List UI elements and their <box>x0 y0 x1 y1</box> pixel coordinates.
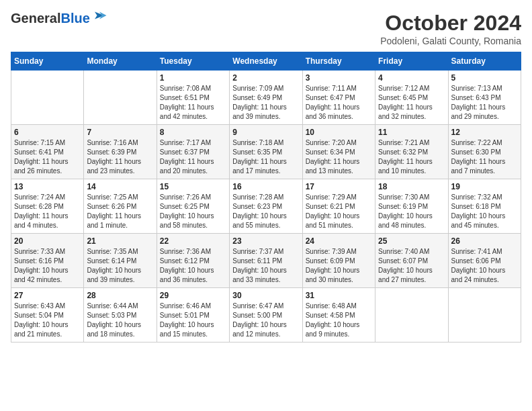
calendar-cell: 20Sunrise: 7:33 AMSunset: 6:16 PMDayligh… <box>11 234 84 288</box>
calendar-cell <box>448 288 521 342</box>
calendar-cell: 5Sunrise: 7:13 AMSunset: 6:43 PMDaylight… <box>448 71 521 125</box>
day-number: 24 <box>306 236 372 246</box>
day-detail: Sunrise: 7:18 AMSunset: 6:35 PMDaylight:… <box>232 138 299 176</box>
calendar-cell: 18Sunrise: 7:30 AMSunset: 6:19 PMDayligh… <box>375 179 448 234</box>
logo-icon <box>91 11 107 20</box>
day-detail: Sunrise: 7:41 AMSunset: 6:06 PMDaylight:… <box>451 247 518 285</box>
day-number: 19 <box>451 182 518 191</box>
day-detail: Sunrise: 7:39 AMSunset: 6:09 PMDaylight:… <box>306 247 372 285</box>
page-header: GeneralBlue October 2024 Podoleni, Galat… <box>11 11 521 46</box>
day-detail: Sunrise: 7:08 AMSunset: 6:51 PMDaylight:… <box>160 84 226 122</box>
day-detail: Sunrise: 7:25 AMSunset: 6:26 PMDaylight:… <box>87 193 153 230</box>
calendar-cell: 21Sunrise: 7:35 AMSunset: 6:14 PMDayligh… <box>84 234 157 288</box>
day-number: 10 <box>306 128 372 137</box>
calendar-cell: 24Sunrise: 7:39 AMSunset: 6:09 PMDayligh… <box>302 234 375 288</box>
day-detail: Sunrise: 6:43 AMSunset: 5:04 PMDaylight:… <box>14 302 81 339</box>
calendar-week-row: 6Sunrise: 7:15 AMSunset: 6:41 PMDaylight… <box>11 125 521 179</box>
day-number: 25 <box>378 236 445 246</box>
day-detail: Sunrise: 7:40 AMSunset: 6:07 PMDaylight:… <box>378 247 445 285</box>
day-detail: Sunrise: 7:21 AMSunset: 6:32 PMDaylight:… <box>378 138 445 176</box>
day-detail: Sunrise: 7:35 AMSunset: 6:14 PMDaylight:… <box>87 247 153 285</box>
day-number: 22 <box>160 236 226 246</box>
weekday-header: Saturday <box>448 52 521 71</box>
day-detail: Sunrise: 7:22 AMSunset: 6:30 PMDaylight:… <box>451 138 518 176</box>
day-number: 30 <box>232 291 299 300</box>
day-detail: Sunrise: 7:24 AMSunset: 6:28 PMDaylight:… <box>14 193 81 230</box>
day-detail: Sunrise: 7:15 AMSunset: 6:41 PMDaylight:… <box>14 138 81 176</box>
day-number: 14 <box>87 182 153 191</box>
day-detail: Sunrise: 7:13 AMSunset: 6:43 PMDaylight:… <box>451 84 518 122</box>
day-number: 5 <box>451 73 518 83</box>
logo-general: General <box>11 11 60 26</box>
weekday-header: Thursday <box>302 52 375 71</box>
day-number: 16 <box>232 182 299 191</box>
day-number: 3 <box>306 73 372 83</box>
day-number: 1 <box>160 73 226 83</box>
day-detail: Sunrise: 7:17 AMSunset: 6:37 PMDaylight:… <box>160 138 226 176</box>
day-number: 15 <box>160 182 226 191</box>
day-number: 18 <box>378 182 445 191</box>
day-number: 8 <box>160 128 226 137</box>
logo-blue: Blue <box>60 11 89 26</box>
calendar-header-row: SundayMondayTuesdayWednesdayThursdayFrid… <box>11 52 521 71</box>
month-title: October 2024 <box>380 11 521 36</box>
day-number: 17 <box>306 182 372 191</box>
title-section: October 2024 Podoleni, Galati County, Ro… <box>380 11 521 46</box>
calendar-cell: 26Sunrise: 7:41 AMSunset: 6:06 PMDayligh… <box>448 234 521 288</box>
calendar-cell <box>84 71 157 125</box>
calendar-week-row: 13Sunrise: 7:24 AMSunset: 6:28 PMDayligh… <box>11 179 521 234</box>
calendar-cell: 13Sunrise: 7:24 AMSunset: 6:28 PMDayligh… <box>11 179 84 234</box>
day-number: 13 <box>14 182 81 191</box>
calendar-cell <box>375 288 448 342</box>
calendar-cell: 17Sunrise: 7:29 AMSunset: 6:21 PMDayligh… <box>302 179 375 234</box>
logo: GeneralBlue <box>11 11 107 26</box>
calendar-cell: 15Sunrise: 7:26 AMSunset: 6:25 PMDayligh… <box>157 179 229 234</box>
day-detail: Sunrise: 6:46 AMSunset: 5:01 PMDaylight:… <box>160 302 226 339</box>
day-detail: Sunrise: 6:48 AMSunset: 4:58 PMDaylight:… <box>306 302 372 339</box>
calendar-cell: 22Sunrise: 7:36 AMSunset: 6:12 PMDayligh… <box>157 234 229 288</box>
day-number: 4 <box>378 73 445 83</box>
day-number: 29 <box>160 291 226 300</box>
weekday-header: Sunday <box>11 52 84 71</box>
calendar-cell: 1Sunrise: 7:08 AMSunset: 6:51 PMDaylight… <box>157 71 229 125</box>
weekday-header: Friday <box>375 52 448 71</box>
calendar-cell: 25Sunrise: 7:40 AMSunset: 6:07 PMDayligh… <box>375 234 448 288</box>
calendar-week-row: 27Sunrise: 6:43 AMSunset: 5:04 PMDayligh… <box>11 288 521 342</box>
day-detail: Sunrise: 7:26 AMSunset: 6:25 PMDaylight:… <box>160 193 226 230</box>
calendar-cell: 4Sunrise: 7:12 AMSunset: 6:45 PMDaylight… <box>375 71 448 125</box>
calendar-cell: 7Sunrise: 7:16 AMSunset: 6:39 PMDaylight… <box>84 125 157 179</box>
day-detail: Sunrise: 6:47 AMSunset: 5:00 PMDaylight:… <box>232 302 299 339</box>
day-detail: Sunrise: 7:28 AMSunset: 6:23 PMDaylight:… <box>232 193 299 230</box>
day-detail: Sunrise: 7:33 AMSunset: 6:16 PMDaylight:… <box>14 247 81 285</box>
calendar-cell: 6Sunrise: 7:15 AMSunset: 6:41 PMDaylight… <box>11 125 84 179</box>
day-detail: Sunrise: 7:29 AMSunset: 6:21 PMDaylight:… <box>306 193 372 230</box>
day-number: 11 <box>378 128 445 137</box>
calendar-cell: 31Sunrise: 6:48 AMSunset: 4:58 PMDayligh… <box>302 288 375 342</box>
day-detail: Sunrise: 7:32 AMSunset: 6:18 PMDaylight:… <box>451 193 518 230</box>
calendar-cell: 14Sunrise: 7:25 AMSunset: 6:26 PMDayligh… <box>84 179 157 234</box>
day-detail: Sunrise: 7:12 AMSunset: 6:45 PMDaylight:… <box>378 84 445 122</box>
day-number: 31 <box>306 291 372 300</box>
calendar-cell: 27Sunrise: 6:43 AMSunset: 5:04 PMDayligh… <box>11 288 84 342</box>
calendar-cell: 2Sunrise: 7:09 AMSunset: 6:49 PMDaylight… <box>230 71 302 125</box>
calendar-cell: 16Sunrise: 7:28 AMSunset: 6:23 PMDayligh… <box>230 179 302 234</box>
day-number: 9 <box>232 128 299 137</box>
calendar-cell: 11Sunrise: 7:21 AMSunset: 6:32 PMDayligh… <box>375 125 448 179</box>
day-detail: Sunrise: 7:16 AMSunset: 6:39 PMDaylight:… <box>87 138 153 176</box>
calendar-cell <box>11 71 84 125</box>
day-number: 12 <box>451 128 518 137</box>
day-number: 20 <box>14 236 81 246</box>
day-detail: Sunrise: 7:11 AMSunset: 6:47 PMDaylight:… <box>306 84 372 122</box>
calendar-cell: 30Sunrise: 6:47 AMSunset: 5:00 PMDayligh… <box>230 288 302 342</box>
day-number: 26 <box>451 236 518 246</box>
day-detail: Sunrise: 7:37 AMSunset: 6:11 PMDaylight:… <box>232 247 299 285</box>
day-detail: Sunrise: 7:30 AMSunset: 6:19 PMDaylight:… <box>378 193 445 230</box>
calendar-cell: 28Sunrise: 6:44 AMSunset: 5:03 PMDayligh… <box>84 288 157 342</box>
weekday-header: Tuesday <box>157 52 229 71</box>
day-detail: Sunrise: 7:20 AMSunset: 6:34 PMDaylight:… <box>306 138 372 176</box>
day-number: 21 <box>87 236 153 246</box>
day-number: 27 <box>14 291 81 300</box>
calendar-cell: 8Sunrise: 7:17 AMSunset: 6:37 PMDaylight… <box>157 125 229 179</box>
day-number: 23 <box>232 236 299 246</box>
day-number: 28 <box>87 291 153 300</box>
